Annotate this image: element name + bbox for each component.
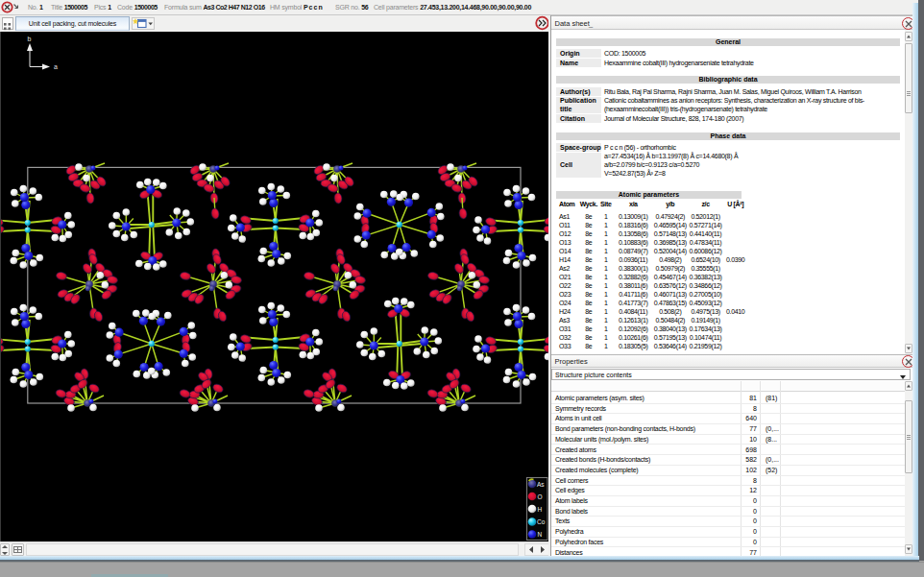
svg-text:O: O <box>538 493 543 500</box>
svg-text:N: N <box>538 531 543 538</box>
svg-text:b: b <box>28 36 32 42</box>
svg-text:a: a <box>54 63 58 70</box>
svg-text:Co: Co <box>537 518 546 525</box>
svg-text:H: H <box>538 506 543 513</box>
svg-text:As: As <box>537 481 545 488</box>
